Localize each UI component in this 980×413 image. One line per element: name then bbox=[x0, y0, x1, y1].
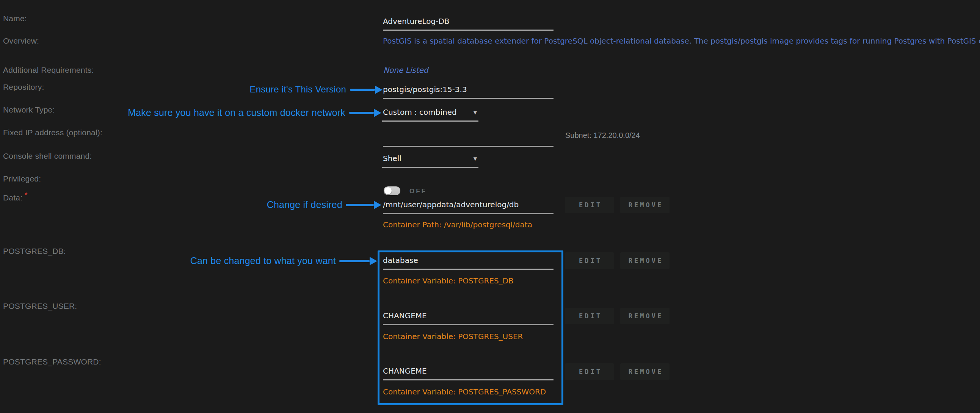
arrow-head-icon bbox=[374, 201, 381, 209]
postgres-db-remove-button[interactable]: REMOVE bbox=[620, 253, 670, 269]
arrow-head-icon bbox=[374, 109, 381, 117]
highlight-box bbox=[378, 251, 563, 405]
fixed-ip-label: Fixed IP address (optional): bbox=[3, 128, 102, 138]
fixed-ip-input[interactable] bbox=[383, 133, 554, 147]
annotation-data-arrow bbox=[346, 204, 374, 206]
network-type-selected-value: Custom : combined bbox=[383, 108, 457, 117]
annotation-data: Change if desired bbox=[229, 199, 342, 210]
toggle-knob-icon bbox=[384, 187, 391, 194]
data-edit-button[interactable]: EDIT bbox=[565, 197, 614, 213]
data-container-path-helper: Container Path: /var/lib/postgresql/data bbox=[383, 220, 532, 229]
postgres-password-remove-button[interactable]: REMOVE bbox=[620, 363, 670, 380]
additional-requirements-label: Additional Requirements: bbox=[3, 65, 94, 75]
console-shell-label: Console shell command: bbox=[3, 151, 92, 161]
data-path-input[interactable] bbox=[383, 200, 554, 214]
data-label-text: Data: bbox=[3, 193, 22, 202]
postgres-user-remove-button[interactable]: REMOVE bbox=[620, 308, 670, 324]
chevron-down-icon: ▼ bbox=[474, 110, 477, 115]
data-label: Data:* bbox=[3, 190, 27, 203]
annotation-repository: Ensure it's This Version bbox=[213, 84, 346, 95]
arrow-head-icon bbox=[375, 86, 382, 94]
postgres-db-edit-button[interactable]: EDIT bbox=[565, 253, 614, 269]
postgres-user-input[interactable] bbox=[383, 311, 554, 325]
name-label: Name: bbox=[3, 14, 27, 24]
annotation-network: Make sure you have it on a custom docker… bbox=[91, 107, 345, 118]
postgres-user-variable-helper: Container Variable: POSTGRES_USER bbox=[383, 332, 523, 341]
additional-requirements-value: None Listed bbox=[383, 65, 428, 75]
postgres-password-variable-helper: Container Variable: POSTGRES_PASSWORD bbox=[383, 387, 546, 396]
repository-input[interactable] bbox=[383, 85, 554, 99]
postgres-db-variable-helper: Container Variable: POSTGRES_DB bbox=[383, 276, 514, 285]
postgres-db-label: POSTGRES_DB: bbox=[3, 246, 66, 256]
privileged-label: Privileged: bbox=[3, 174, 41, 184]
subnet-info: Subnet: 172.20.0.0/24 bbox=[565, 131, 640, 140]
annotation-postgres-db-arrow bbox=[339, 260, 370, 262]
postgres-password-label: POSTGRES_PASSWORD: bbox=[3, 357, 101, 367]
network-type-label: Network Type: bbox=[3, 105, 54, 115]
annotation-network-arrow bbox=[349, 112, 374, 114]
repository-label: Repository: bbox=[3, 82, 44, 92]
chevron-down-icon: ▼ bbox=[474, 156, 477, 161]
required-asterisk: * bbox=[25, 191, 27, 199]
arrow-head-icon bbox=[370, 257, 377, 265]
postgres-db-input[interactable] bbox=[383, 256, 554, 270]
annotation-repository-arrow bbox=[350, 89, 375, 91]
overview-label: Overview: bbox=[3, 36, 39, 46]
console-shell-selected-value: Shell bbox=[383, 154, 401, 163]
postgres-password-input[interactable] bbox=[383, 366, 554, 380]
postgres-password-edit-button[interactable]: EDIT bbox=[565, 363, 614, 380]
console-shell-select[interactable]: ▼ Shell bbox=[382, 154, 479, 168]
privileged-toggle[interactable] bbox=[383, 186, 400, 195]
annotation-postgres-db: Can be changed to what you want bbox=[165, 256, 336, 266]
data-remove-button[interactable]: REMOVE bbox=[620, 197, 670, 213]
docker-container-settings-page: Name: Overview: Additional Requirements:… bbox=[0, 0, 980, 413]
privileged-toggle-state: OFF bbox=[409, 187, 427, 195]
name-input[interactable] bbox=[383, 17, 554, 31]
network-type-select[interactable]: ▼ Custom : combined bbox=[382, 108, 479, 122]
overview-text: PostGIS is a spatial database extender f… bbox=[383, 37, 980, 46]
postgres-user-label: POSTGRES_USER: bbox=[3, 301, 77, 311]
postgres-user-edit-button[interactable]: EDIT bbox=[565, 308, 614, 324]
